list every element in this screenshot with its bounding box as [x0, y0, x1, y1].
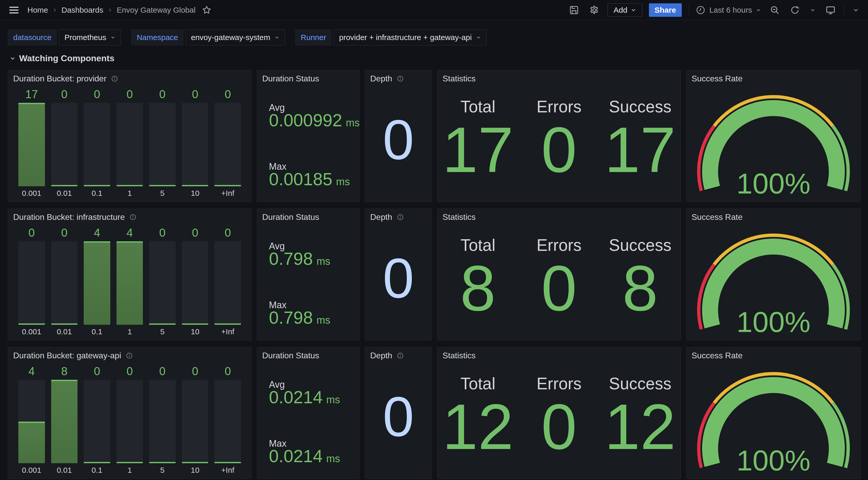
bar-column: 010: [182, 87, 209, 198]
panel-header[interactable]: Depth: [370, 351, 404, 360]
bar-value-label: 0: [214, 225, 241, 240]
variable-datasource-dropdown[interactable]: Prometheus: [59, 29, 121, 46]
stat-columns: Total 17 Errors 0 Success 17: [437, 70, 681, 202]
collapse-toolbar-button[interactable]: [851, 5, 861, 15]
refresh-interval-dropdown[interactable]: [808, 6, 817, 14]
bar-value-label: 0: [117, 364, 143, 379]
unit-ms: ms: [326, 453, 340, 464]
variable-datasource: datasource Prometheus: [8, 29, 121, 46]
bar-column: 01: [117, 87, 143, 198]
info-icon[interactable]: [397, 352, 404, 359]
panel-depth: Depth 0: [365, 70, 432, 202]
panel-header[interactable]: Duration Status: [262, 351, 319, 360]
bar-value-label: 0: [182, 225, 209, 240]
panel-header[interactable]: Depth: [370, 74, 404, 84]
bar-x-label: +Inf: [214, 186, 241, 198]
bar-value-label: 0: [149, 87, 176, 102]
bar-column: 00.001: [18, 225, 45, 337]
panel-header[interactable]: Duration Status: [262, 74, 319, 84]
dashboard-settings-button[interactable]: [587, 3, 601, 17]
time-range-picker[interactable]: Last 6 hours: [695, 5, 761, 15]
variable-runner-dropdown[interactable]: provider + infrastructure + gateway-api: [334, 29, 487, 46]
info-icon[interactable]: [129, 214, 136, 221]
panel-header[interactable]: Success Rate: [691, 212, 742, 222]
panel-header[interactable]: Statistics: [442, 74, 475, 84]
panel-title: Success Rate: [691, 351, 742, 360]
info-icon[interactable]: [397, 75, 404, 82]
panel-duration-status: Duration Status Avg 0.798 ms Max 0.798 m…: [257, 208, 360, 340]
bar-column: 80.01: [51, 364, 78, 475]
bar-x-label: 1: [117, 463, 143, 475]
max-value: 0.00185 ms: [269, 169, 350, 189]
bar-value-label: 0: [84, 87, 110, 102]
info-icon[interactable]: [397, 214, 404, 221]
stat-total: Total 17: [437, 70, 519, 202]
refresh-button[interactable]: [788, 3, 802, 17]
stat-total: Total 12: [437, 347, 519, 479]
bar-track: [182, 380, 209, 463]
menu-toggle-button[interactable]: [7, 3, 21, 17]
chevron-down-icon: [476, 35, 481, 40]
panel-duration-bucket: Duration Bucket: gateway-api 40.00180.01…: [8, 347, 252, 479]
panel-statistics: Statistics Total 12 Errors 0 Success 12: [437, 347, 681, 479]
bar-value-label: 4: [84, 225, 110, 240]
bar-value-label: 0: [182, 87, 209, 102]
bar-fill: [117, 241, 143, 325]
bar-column: 01: [117, 364, 143, 475]
variable-namespace-dropdown[interactable]: envoy-gateway-system: [185, 29, 285, 46]
variable-label: Namespace: [131, 29, 183, 46]
breadcrumb-dashboards[interactable]: Dashboards: [61, 6, 103, 14]
bar-track: [214, 241, 241, 325]
bar-x-label: 1: [117, 186, 143, 198]
bar-x-label: 10: [182, 186, 209, 198]
kiosk-mode-button[interactable]: [824, 3, 837, 17]
panel-title: Success Rate: [691, 74, 742, 84]
bar-x-label: 0.01: [51, 463, 78, 475]
favorite-star-button[interactable]: [202, 5, 212, 15]
breadcrumb-home[interactable]: Home: [27, 6, 48, 14]
panel-header[interactable]: Duration Status: [262, 212, 319, 222]
bar-column: 00.1: [84, 87, 110, 198]
bar-fill: [84, 185, 110, 186]
bar-column: 00.1: [84, 364, 110, 475]
bar-fill: [214, 185, 241, 186]
toolbar-divider: [688, 5, 689, 16]
panel-header[interactable]: Depth: [370, 212, 404, 222]
panel-duration-bucket: Duration Bucket: infrastructure 00.00100…: [8, 208, 252, 340]
bar-value-label: 0: [214, 364, 241, 379]
bar-x-label: 0.1: [84, 325, 110, 337]
bar-track: [18, 103, 45, 186]
zoom-out-time-button[interactable]: [768, 3, 781, 17]
bar-x-label: 0.1: [84, 186, 110, 198]
share-button[interactable]: Share: [649, 3, 682, 17]
panel-header[interactable]: Statistics: [442, 351, 475, 360]
bar-track: [18, 241, 45, 325]
bar-x-label: 5: [149, 463, 176, 475]
row-header-watching-components[interactable]: Watching Components: [9, 53, 115, 63]
bar-gauge-chart: 00.00100.0140.141050100+Inf: [18, 225, 241, 337]
max-value: 0.0214 ms: [269, 446, 340, 466]
panel-header[interactable]: Duration Bucket: gateway-api: [13, 351, 133, 360]
bar-fill: [84, 462, 110, 463]
panel-header[interactable]: Duration Bucket: infrastructure: [13, 212, 136, 222]
zoom-out-icon: [770, 5, 780, 15]
bar-track: [214, 103, 241, 186]
bar-track: [149, 241, 176, 325]
bar-x-label: 1: [117, 325, 143, 337]
info-icon[interactable]: [111, 75, 118, 82]
save-dashboard-button[interactable]: [567, 3, 581, 17]
panel-header[interactable]: Duration Bucket: provider: [13, 74, 118, 84]
panel-title: Statistics: [442, 74, 475, 84]
avg-value: 0.798 ms: [269, 248, 331, 269]
panel-header[interactable]: Statistics: [442, 212, 475, 222]
bar-fill: [149, 324, 176, 325]
panel-header[interactable]: Success Rate: [691, 74, 742, 84]
bar-track: [84, 103, 110, 186]
panel-header[interactable]: Success Rate: [691, 351, 742, 360]
info-icon[interactable]: [126, 352, 133, 359]
add-button[interactable]: Add: [608, 3, 642, 17]
max-value: 0.798 ms: [269, 307, 331, 328]
stat-success: Success 17: [599, 70, 681, 202]
stat-success: Success 12: [599, 347, 681, 479]
bar-column: 05: [149, 225, 176, 337]
